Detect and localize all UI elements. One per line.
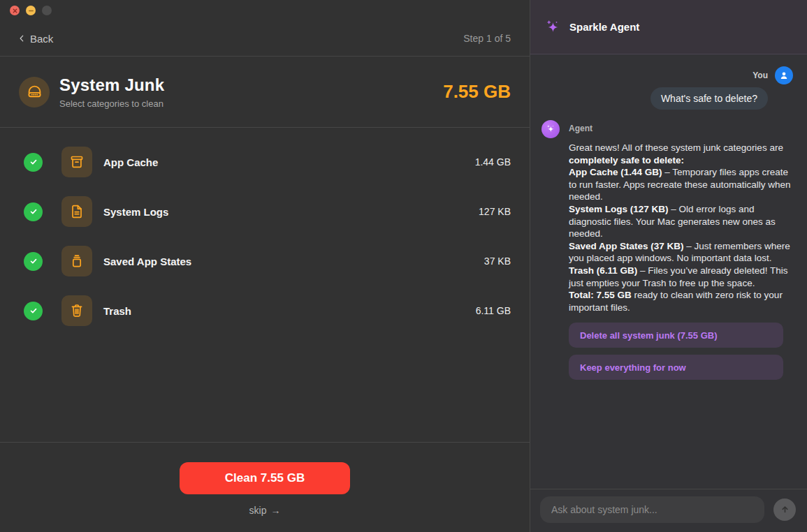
- chat-action-buttons: Delete all system junk (7.55 GB)Keep eve…: [569, 323, 783, 380]
- titlebar: [0, 0, 530, 21]
- agent-label: Agent: [569, 124, 592, 133]
- user-message-bubble: What's safe to delete?: [650, 87, 768, 110]
- close-window-button[interactable]: [10, 6, 20, 15]
- category-name: App Cache: [103, 156, 158, 168]
- internal-drive-icon: [19, 77, 50, 108]
- checkbox-checked-icon[interactable]: [24, 202, 43, 221]
- category-size: 37 KB: [484, 256, 511, 267]
- category-row[interactable]: Trash6.11 GB: [24, 295, 511, 326]
- arrow-right-icon: →: [270, 505, 280, 516]
- nav-row: Back Step 1 of 5: [0, 21, 530, 56]
- category-size: 6.11 GB: [476, 305, 511, 316]
- chat-title: Sparkle Agent: [569, 21, 639, 33]
- chat-action-button-2[interactable]: Keep everything for now: [569, 355, 783, 380]
- send-button[interactable]: [773, 498, 796, 521]
- sparkle-agent-panel: Sparkle Agent You What's safe to delete?: [530, 0, 807, 532]
- header-text: System Junk Select categories to clean: [59, 75, 443, 109]
- category-size: 127 KB: [479, 206, 511, 217]
- user-label: You: [753, 71, 768, 80]
- fullscreen-window-button: [42, 6, 52, 15]
- app-states-icon: [61, 246, 92, 276]
- chat-action-button-1[interactable]: Delete all system junk (7.55 GB): [569, 323, 783, 348]
- chat-header: Sparkle Agent: [530, 0, 807, 54]
- category-list: App Cache1.44 GBSystem Logs127 KBSaved A…: [0, 128, 530, 442]
- user-message-header: You: [541, 66, 793, 84]
- category-name: System Logs: [103, 206, 168, 218]
- arrow-up-icon: [779, 503, 791, 515]
- agent-message-bold-text: App Cache (1.44 GB): [569, 167, 662, 177]
- user-avatar: [775, 66, 793, 84]
- chevron-left-icon: [17, 34, 27, 43]
- category-name: Trash: [103, 305, 131, 317]
- chat-input[interactable]: [540, 496, 764, 523]
- skip-label: skip: [249, 505, 267, 516]
- sparkle-icon: [545, 124, 556, 135]
- total-size: 7.55 GB: [443, 81, 511, 103]
- system-junk-header: System Junk Select categories to clean 7…: [0, 57, 530, 127]
- agent-message-text: Great news! All of these system junk cat…: [569, 142, 783, 153]
- agent-message-bold-text: Total: 7.55 GB: [569, 290, 632, 300]
- chat-input-bar: [530, 489, 807, 532]
- checkbox-checked-icon[interactable]: [24, 252, 43, 271]
- step-indicator: Step 1 of 5: [463, 33, 511, 44]
- app-window: Back Step 1 of 5 System Junk Select cate…: [0, 0, 807, 532]
- close-icon: [11, 7, 19, 15]
- page-title: System Junk: [59, 75, 443, 95]
- footer: Clean 7.55 GB skip →: [0, 443, 530, 532]
- cleaner-panel: Back Step 1 of 5 System Junk Select cate…: [0, 0, 530, 532]
- category-row[interactable]: Saved App States37 KB: [24, 246, 511, 276]
- clean-button[interactable]: Clean 7.55 GB: [180, 462, 350, 494]
- chat-body: You What's safe to delete?: [530, 54, 807, 489]
- document-icon: [61, 196, 92, 227]
- minimize-icon: [27, 7, 35, 15]
- trash-icon: [61, 295, 92, 326]
- category-size: 1.44 GB: [475, 156, 511, 168]
- category-row[interactable]: System Logs127 KB: [24, 196, 511, 227]
- agent-message: Great news! All of these system junk cat…: [569, 142, 793, 313]
- back-button[interactable]: Back: [17, 33, 53, 45]
- checkbox-checked-icon[interactable]: [24, 153, 43, 172]
- agent-message-bold-text: System Logs (127 KB): [569, 204, 669, 214]
- page-subtitle: Select categories to clean: [59, 98, 443, 109]
- agent-avatar: [541, 120, 560, 138]
- agent-message-header: Agent: [541, 120, 793, 138]
- back-label: Back: [30, 33, 53, 45]
- sparkle-icon: [544, 19, 561, 36]
- person-icon: [778, 70, 790, 81]
- agent-message-bold-text: Saved App States (37 KB): [569, 241, 684, 251]
- agent-message-bold-text: completely safe to delete:: [569, 155, 684, 165]
- minimize-window-button[interactable]: [26, 6, 36, 15]
- category-row[interactable]: App Cache1.44 GB: [24, 147, 511, 177]
- checkbox-checked-icon[interactable]: [24, 302, 43, 320]
- category-name: Saved App States: [103, 256, 191, 267]
- agent-message-bold-text: Trash (6.11 GB): [569, 265, 637, 276]
- skip-button[interactable]: skip →: [249, 505, 281, 516]
- archive-box-icon: [61, 147, 92, 177]
